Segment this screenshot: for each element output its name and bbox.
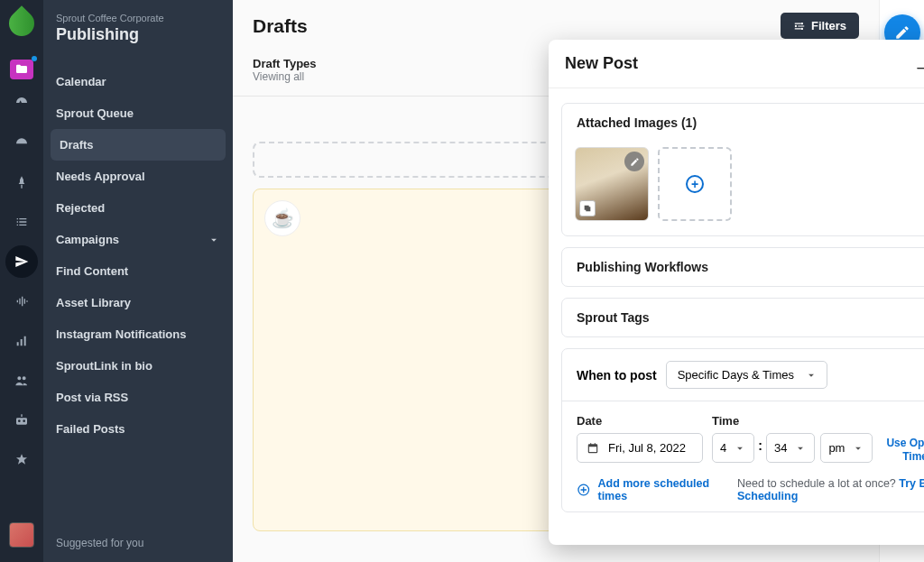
date-input[interactable]: Fri, Jul 8, 2022 xyxy=(577,433,703,463)
rail-analytics-item[interactable] xyxy=(5,325,38,357)
new-post-modal: New Post Attached Images (1) xyxy=(549,40,924,545)
calendar-icon xyxy=(587,442,599,455)
minimize-button[interactable] xyxy=(913,56,924,72)
rail-bot-item[interactable] xyxy=(5,404,38,437)
plus-circle-icon: + xyxy=(686,175,704,193)
when-to-post-label: When to post xyxy=(577,368,657,382)
rail-pin-item[interactable] xyxy=(5,166,38,198)
coffee-cup-icon: ☕ xyxy=(264,200,300,236)
date-label: Date xyxy=(577,414,703,428)
rail-speedometer-item[interactable] xyxy=(5,126,38,159)
nav-list: Calendar Sprout Queue Drafts Needs Appro… xyxy=(43,66,233,445)
nav-rejected[interactable]: Rejected xyxy=(43,192,233,224)
chevron-down-icon xyxy=(208,234,220,246)
main-content: Drafts Filters Draft Types Viewing all C… xyxy=(233,0,879,562)
plus-circle-icon xyxy=(577,483,590,497)
attached-image-thumb[interactable] xyxy=(575,147,649,221)
chevron-down-icon xyxy=(805,369,818,382)
edit-image-button[interactable] xyxy=(624,152,644,171)
filters-button[interactable]: Filters xyxy=(781,13,859,39)
section-title: Publishing xyxy=(56,25,218,44)
sprout-tags-panel: Sprout Tags xyxy=(561,298,924,337)
rail-dashboard-item[interactable] xyxy=(5,87,38,119)
attached-images-panel: Attached Images (1) xyxy=(561,103,924,236)
minute-select[interactable]: 34 xyxy=(766,433,815,463)
when-to-post-select[interactable]: Specific Days & Times xyxy=(666,361,827,389)
chevron-down-icon xyxy=(852,442,864,455)
time-label: Time xyxy=(712,414,873,428)
add-more-times-link[interactable]: Add more scheduled times xyxy=(577,477,737,502)
nav-suggested-label: Suggested for you xyxy=(43,524,233,562)
rail-list-item[interactable] xyxy=(5,206,38,238)
left-icon-rail xyxy=(0,0,43,562)
nav-sproutlink[interactable]: SproutLink in bio xyxy=(43,350,233,382)
compose-icon xyxy=(894,24,910,41)
nav-asset-library[interactable]: Asset Library xyxy=(43,287,233,318)
side-nav: Sprout Coffee Corporate Publishing Calen… xyxy=(43,0,233,562)
modal-title: New Post xyxy=(565,54,638,73)
bulk-schedule-hint: Need to schedule a lot at once? Try Bulk… xyxy=(737,477,924,502)
publishing-workflows-panel: Publishing Workflows xyxy=(561,247,924,287)
rail-folder-item[interactable] xyxy=(10,60,33,79)
rail-star-item[interactable] xyxy=(5,444,38,476)
pencil-icon xyxy=(630,157,640,167)
nav-instagram-notifications[interactable]: Instagram Notifications xyxy=(43,318,233,350)
sprout-tags-header[interactable]: Sprout Tags xyxy=(562,299,924,336)
nav-campaigns[interactable]: Campaigns xyxy=(43,224,233,255)
nav-calendar[interactable]: Calendar xyxy=(43,66,233,97)
nav-post-via-rss[interactable]: Post via RSS xyxy=(43,382,233,413)
chevron-down-icon xyxy=(734,442,746,455)
publishing-workflows-header[interactable]: Publishing Workflows xyxy=(562,248,924,286)
sprout-logo[interactable] xyxy=(4,5,40,41)
org-name: Sprout Coffee Corporate xyxy=(56,13,218,23)
chevron-down-icon xyxy=(794,442,807,455)
rail-send-item[interactable] xyxy=(5,245,38,278)
nav-drafts[interactable]: Drafts xyxy=(51,129,226,161)
ampm-select[interactable]: pm xyxy=(820,433,873,463)
nav-find-content[interactable]: Find Content xyxy=(43,255,233,287)
optimal-times-link[interactable]: Use Optimal Times xyxy=(882,437,924,463)
hour-select[interactable]: 4 xyxy=(712,433,754,463)
stack-icon xyxy=(579,200,596,217)
add-image-button[interactable]: + xyxy=(658,147,732,221)
sliders-icon xyxy=(793,20,806,32)
page-title: Drafts xyxy=(253,15,308,37)
when-to-post-panel: When to post Specific Days & Times Date xyxy=(561,348,924,512)
nav-sprout-queue[interactable]: Sprout Queue xyxy=(43,97,233,129)
rail-people-item[interactable] xyxy=(5,364,38,397)
user-avatar[interactable] xyxy=(9,522,34,548)
draft-types-filter[interactable]: Draft Types Viewing all xyxy=(253,57,317,83)
rail-audio-item[interactable] xyxy=(5,285,38,318)
nav-failed-posts[interactable]: Failed Posts xyxy=(43,413,233,445)
attached-images-header[interactable]: Attached Images (1) xyxy=(562,104,924,142)
nav-needs-approval[interactable]: Needs Approval xyxy=(43,161,233,192)
